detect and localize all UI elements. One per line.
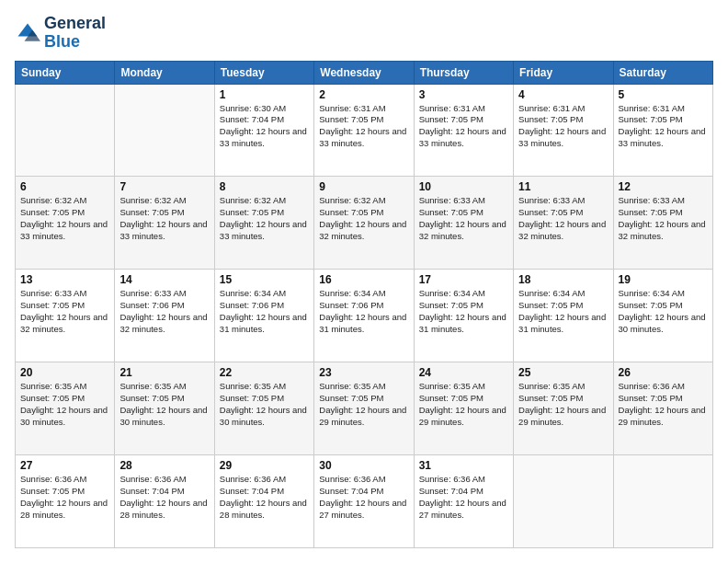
day-number: 8 [220, 180, 309, 193]
col-header-sunday: Sunday [16, 61, 115, 84]
day-number: 30 [319, 459, 408, 472]
header: General Blue [15, 15, 713, 52]
logo-general: General [44, 15, 106, 33]
day-number: 4 [518, 88, 608, 101]
day-info: Sunrise: 6:35 AM Sunset: 7:05 PM Dayligh… [319, 381, 408, 428]
day-info: Sunrise: 6:31 AM Sunset: 7:05 PM Dayligh… [518, 103, 608, 150]
calendar-week-row: 20Sunrise: 6:35 AM Sunset: 7:05 PM Dayli… [16, 362, 713, 455]
calendar-cell [115, 84, 214, 177]
calendar-cell: 1Sunrise: 6:30 AM Sunset: 7:04 PM Daylig… [214, 84, 313, 177]
day-info: Sunrise: 6:36 AM Sunset: 7:05 PM Dayligh… [20, 474, 109, 521]
day-info: Sunrise: 6:33 AM Sunset: 7:05 PM Dayligh… [419, 195, 508, 242]
calendar-cell: 29Sunrise: 6:36 AM Sunset: 7:04 PM Dayli… [214, 455, 313, 548]
calendar-cell: 13Sunrise: 6:33 AM Sunset: 7:05 PM Dayli… [16, 270, 115, 362]
day-number: 16 [319, 273, 408, 286]
col-header-friday: Friday [514, 61, 613, 84]
calendar-cell: 14Sunrise: 6:33 AM Sunset: 7:06 PM Dayli… [115, 270, 214, 362]
day-info: Sunrise: 6:33 AM Sunset: 7:05 PM Dayligh… [619, 195, 708, 242]
calendar-cell [613, 455, 712, 548]
col-header-tuesday: Tuesday [214, 61, 313, 84]
day-info: Sunrise: 6:32 AM Sunset: 7:05 PM Dayligh… [319, 195, 408, 242]
day-number: 6 [20, 180, 109, 193]
day-number: 21 [119, 366, 209, 379]
day-info: Sunrise: 6:32 AM Sunset: 7:05 PM Dayligh… [119, 195, 209, 242]
day-number: 26 [619, 366, 708, 379]
calendar-cell: 23Sunrise: 6:35 AM Sunset: 7:05 PM Dayli… [314, 362, 414, 455]
day-info: Sunrise: 6:34 AM Sunset: 7:05 PM Dayligh… [419, 288, 508, 335]
col-header-thursday: Thursday [414, 61, 513, 84]
day-number: 18 [518, 273, 608, 286]
day-info: Sunrise: 6:33 AM Sunset: 7:05 PM Dayligh… [518, 195, 608, 242]
day-info: Sunrise: 6:31 AM Sunset: 7:05 PM Dayligh… [319, 103, 408, 150]
calendar-cell: 30Sunrise: 6:36 AM Sunset: 7:04 PM Dayli… [314, 455, 414, 548]
logo: General Blue [15, 15, 106, 52]
day-number: 3 [419, 88, 508, 101]
day-info: Sunrise: 6:36 AM Sunset: 7:05 PM Dayligh… [619, 381, 708, 428]
calendar-cell: 11Sunrise: 6:33 AM Sunset: 7:05 PM Dayli… [514, 177, 613, 270]
calendar-week-row: 27Sunrise: 6:36 AM Sunset: 7:05 PM Dayli… [16, 455, 713, 548]
calendar-cell: 2Sunrise: 6:31 AM Sunset: 7:05 PM Daylig… [314, 84, 414, 177]
calendar-cell: 31Sunrise: 6:36 AM Sunset: 7:04 PM Dayli… [414, 455, 513, 548]
day-info: Sunrise: 6:31 AM Sunset: 7:05 PM Dayligh… [419, 103, 508, 150]
calendar-cell: 4Sunrise: 6:31 AM Sunset: 7:05 PM Daylig… [514, 84, 613, 177]
calendar-cell [16, 84, 115, 177]
calendar-cell: 20Sunrise: 6:35 AM Sunset: 7:05 PM Dayli… [16, 362, 115, 455]
day-number: 27 [20, 459, 109, 472]
day-number: 20 [20, 366, 109, 379]
day-number: 14 [119, 273, 209, 286]
logo-blue: Blue [44, 33, 106, 52]
day-info: Sunrise: 6:33 AM Sunset: 7:06 PM Dayligh… [119, 288, 209, 335]
day-number: 9 [319, 180, 408, 193]
day-info: Sunrise: 6:34 AM Sunset: 7:06 PM Dayligh… [220, 288, 309, 335]
calendar-cell: 17Sunrise: 6:34 AM Sunset: 7:05 PM Dayli… [414, 270, 513, 362]
day-info: Sunrise: 6:35 AM Sunset: 7:05 PM Dayligh… [220, 381, 309, 428]
calendar-cell: 22Sunrise: 6:35 AM Sunset: 7:05 PM Dayli… [214, 362, 313, 455]
day-info: Sunrise: 6:31 AM Sunset: 7:05 PM Dayligh… [619, 103, 708, 150]
day-number: 1 [220, 88, 309, 101]
col-header-wednesday: Wednesday [314, 61, 414, 84]
day-info: Sunrise: 6:35 AM Sunset: 7:05 PM Dayligh… [119, 381, 209, 428]
calendar-table: SundayMondayTuesdayWednesdayThursdayFrid… [15, 61, 713, 548]
day-number: 28 [119, 459, 209, 472]
day-number: 11 [518, 180, 608, 193]
col-header-saturday: Saturday [613, 61, 712, 84]
day-number: 31 [419, 459, 508, 472]
day-number: 13 [20, 273, 109, 286]
day-number: 12 [619, 180, 708, 193]
calendar-cell: 26Sunrise: 6:36 AM Sunset: 7:05 PM Dayli… [613, 362, 712, 455]
day-number: 2 [319, 88, 408, 101]
day-info: Sunrise: 6:34 AM Sunset: 7:05 PM Dayligh… [518, 288, 608, 335]
calendar-cell: 18Sunrise: 6:34 AM Sunset: 7:05 PM Dayli… [514, 270, 613, 362]
calendar-cell: 6Sunrise: 6:32 AM Sunset: 7:05 PM Daylig… [16, 177, 115, 270]
day-number: 15 [220, 273, 309, 286]
calendar-cell: 10Sunrise: 6:33 AM Sunset: 7:05 PM Dayli… [414, 177, 513, 270]
day-info: Sunrise: 6:32 AM Sunset: 7:05 PM Dayligh… [20, 195, 109, 242]
day-number: 24 [419, 366, 508, 379]
calendar-cell: 19Sunrise: 6:34 AM Sunset: 7:05 PM Dayli… [613, 270, 712, 362]
page: General Blue SundayMondayTuesdayWednesda… [0, 0, 728, 563]
day-info: Sunrise: 6:34 AM Sunset: 7:06 PM Dayligh… [319, 288, 408, 335]
day-number: 25 [518, 366, 608, 379]
day-info: Sunrise: 6:35 AM Sunset: 7:05 PM Dayligh… [419, 381, 508, 428]
calendar-cell: 3Sunrise: 6:31 AM Sunset: 7:05 PM Daylig… [414, 84, 513, 177]
calendar-cell: 27Sunrise: 6:36 AM Sunset: 7:05 PM Dayli… [16, 455, 115, 548]
day-info: Sunrise: 6:32 AM Sunset: 7:05 PM Dayligh… [220, 195, 309, 242]
calendar-cell: 5Sunrise: 6:31 AM Sunset: 7:05 PM Daylig… [613, 84, 712, 177]
day-info: Sunrise: 6:35 AM Sunset: 7:05 PM Dayligh… [518, 381, 608, 428]
calendar-week-row: 1Sunrise: 6:30 AM Sunset: 7:04 PM Daylig… [16, 84, 713, 177]
day-number: 7 [119, 180, 209, 193]
day-info: Sunrise: 6:36 AM Sunset: 7:04 PM Dayligh… [319, 474, 408, 521]
day-info: Sunrise: 6:30 AM Sunset: 7:04 PM Dayligh… [220, 103, 309, 150]
day-number: 5 [619, 88, 708, 101]
day-number: 22 [220, 366, 309, 379]
day-info: Sunrise: 6:36 AM Sunset: 7:04 PM Dayligh… [220, 474, 309, 521]
calendar-cell: 15Sunrise: 6:34 AM Sunset: 7:06 PM Dayli… [214, 270, 313, 362]
day-info: Sunrise: 6:33 AM Sunset: 7:05 PM Dayligh… [20, 288, 109, 335]
calendar-cell: 21Sunrise: 6:35 AM Sunset: 7:05 PM Dayli… [115, 362, 214, 455]
calendar-cell [514, 455, 613, 548]
day-number: 10 [419, 180, 508, 193]
day-info: Sunrise: 6:35 AM Sunset: 7:05 PM Dayligh… [20, 381, 109, 428]
day-number: 19 [619, 273, 708, 286]
calendar-cell: 9Sunrise: 6:32 AM Sunset: 7:05 PM Daylig… [314, 177, 414, 270]
calendar-header-row: SundayMondayTuesdayWednesdayThursdayFrid… [16, 61, 713, 84]
